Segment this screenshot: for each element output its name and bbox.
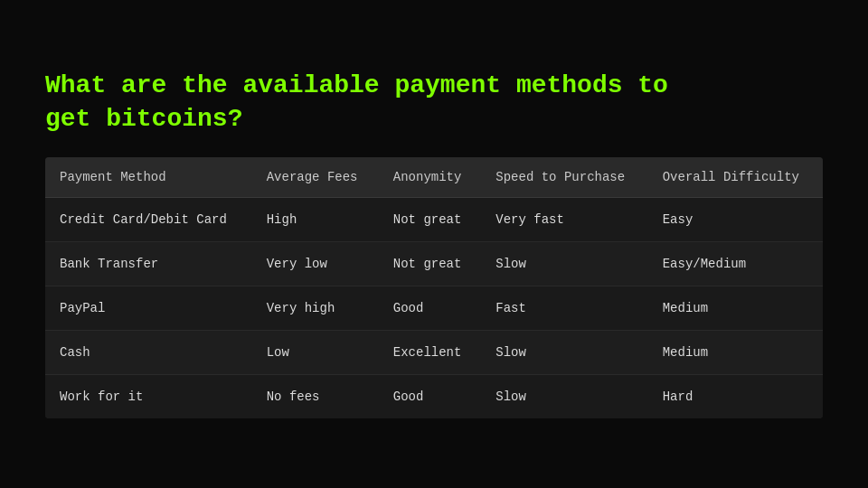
- col-header-difficulty: Overall Difficulty: [648, 157, 823, 198]
- table-header-row: Payment Method Average Fees Anonymity Sp…: [45, 157, 823, 198]
- table-row: PayPalVery highGoodFastMedium: [45, 286, 823, 330]
- cell-speed: Very fast: [481, 197, 647, 241]
- cell-anonymity: Good: [379, 374, 482, 418]
- payment-methods-table: Payment Method Average Fees Anonymity Sp…: [45, 157, 823, 418]
- cell-fees: High: [252, 197, 379, 241]
- table-row: CashLowExcellentSlowMedium: [45, 330, 823, 374]
- cell-method: Bank Transfer: [45, 241, 252, 286]
- cell-fees: Very high: [252, 286, 379, 330]
- cell-method: Work for it: [45, 374, 252, 418]
- cell-anonymity: Excellent: [379, 330, 482, 374]
- cell-fees: Very low: [252, 241, 379, 286]
- col-header-anonymity: Anonymity: [379, 157, 482, 198]
- cell-difficulty: Medium: [648, 330, 823, 374]
- cell-fees: Low: [252, 330, 379, 374]
- cell-anonymity: Not great: [379, 241, 482, 286]
- table-row: Work for itNo feesGoodSlowHard: [45, 374, 823, 418]
- page-title: What are the available payment methods t…: [45, 70, 823, 136]
- col-header-method: Payment Method: [45, 157, 252, 198]
- col-header-fees: Average Fees: [252, 157, 379, 198]
- cell-speed: Slow: [481, 330, 647, 374]
- cell-difficulty: Hard: [648, 374, 823, 418]
- cell-speed: Fast: [481, 286, 647, 330]
- cell-difficulty: Easy/Medium: [648, 241, 823, 286]
- cell-fees: No fees: [252, 374, 379, 418]
- col-header-speed: Speed to Purchase: [481, 157, 647, 198]
- cell-anonymity: Good: [379, 286, 482, 330]
- cell-method: Credit Card/Debit Card: [45, 197, 252, 241]
- cell-speed: Slow: [481, 241, 647, 286]
- main-container: What are the available payment methods t…: [45, 52, 823, 436]
- cell-anonymity: Not great: [379, 197, 482, 241]
- cell-method: PayPal: [45, 286, 252, 330]
- cell-method: Cash: [45, 330, 252, 374]
- table-row: Bank TransferVery lowNot greatSlowEasy/M…: [45, 241, 823, 286]
- cell-difficulty: Easy: [648, 197, 823, 241]
- cell-difficulty: Medium: [648, 286, 823, 330]
- table-row: Credit Card/Debit CardHighNot greatVery …: [45, 197, 823, 241]
- cell-speed: Slow: [481, 374, 647, 418]
